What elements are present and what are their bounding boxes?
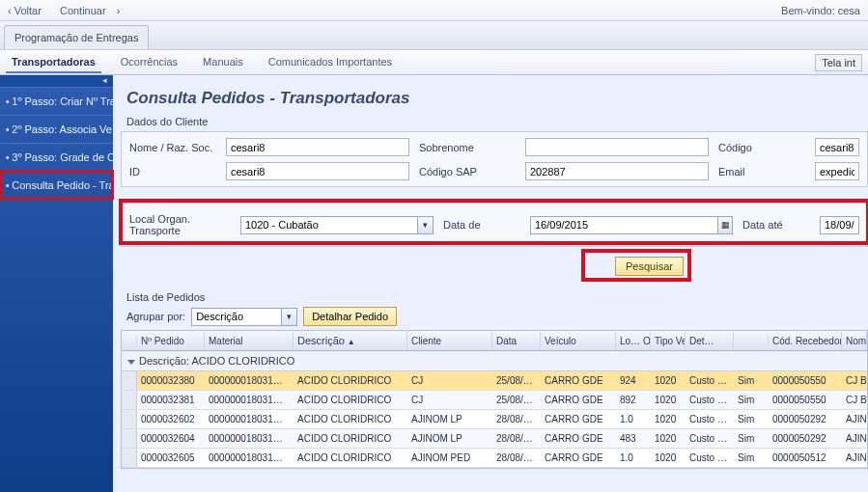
td-veic: CARRO GDE — [541, 371, 616, 390]
th-data[interactable]: Data — [492, 332, 541, 350]
input-dataate[interactable] — [820, 216, 859, 234]
td-cod: 0000050512 — [769, 449, 842, 467]
label-codsap: Código SAP — [419, 166, 516, 178]
td-tipo: 1020 — [651, 449, 686, 467]
td-material: 000000018031… — [205, 391, 294, 409]
td-det: Sim — [734, 410, 769, 428]
td-cod: 0000050292 — [769, 429, 842, 448]
chevron-down-icon[interactable]: ▾ — [418, 216, 434, 234]
row-handle[interactable] — [122, 391, 137, 409]
td-det: Sim — [734, 429, 769, 448]
td-pedido: 0000032605 — [137, 449, 205, 467]
subtab-manuais[interactable]: Manuais — [197, 52, 249, 73]
label-sobrenome: Sobrenome — [419, 142, 516, 153]
select-agrupar[interactable] — [191, 308, 282, 326]
grid-header: Nº Pedido Material Descrição ▲ Cliente D… — [122, 331, 867, 351]
input-codigo[interactable] — [815, 138, 859, 156]
td-det: Sim — [734, 449, 769, 467]
td-lo: 1.0 — [616, 449, 651, 467]
td-nome: AJINOMOTO BRASIL IND.COM.AL — [842, 429, 867, 448]
td-cliente: CJ — [407, 371, 492, 390]
input-sobrenome[interactable] — [525, 138, 709, 156]
next-link[interactable]: Continuar › — [60, 5, 120, 16]
sidebar-item-passo2[interactable]: • 2º Passo: Associa Veículo Motor — [0, 115, 113, 143]
td-veic: CARRO GDE — [541, 410, 616, 428]
td-cliente: AJINOM LP — [407, 410, 492, 428]
input-id[interactable] — [226, 162, 409, 180]
table-row[interactable]: 0000032604000000018031…ACIDO CLORIDRICOA… — [122, 429, 867, 449]
label-id: ID — [129, 166, 216, 178]
label-dataate: Data até — [742, 219, 810, 231]
td-pedido: 0000032380 — [137, 371, 205, 390]
tab-programacao[interactable]: Programação de Entregas — [4, 25, 149, 49]
th-local[interactable]: Lo… Or… — [616, 332, 651, 350]
row-handle[interactable] — [122, 429, 137, 448]
sidebar-item-consulta[interactable]: • Consulta Pedido - Transportador — [0, 171, 113, 199]
grid-pedidos: Nº Pedido Material Descrição ▲ Cliente D… — [121, 330, 868, 469]
row-handle[interactable] — [122, 449, 137, 467]
sidebar-collapse-icon[interactable]: ◂ — [0, 75, 113, 87]
sidebar-item-passo1[interactable]: • 1º Passo: Criar Nº Transporte — [0, 87, 113, 115]
td-veic: CARRO GDE — [541, 391, 616, 409]
label-email: Email — [718, 166, 805, 178]
th-pedido[interactable]: Nº Pedido — [137, 332, 205, 350]
td-nome: CJ BRASIL IND COM PROD ALIM — [842, 371, 867, 390]
th-tipovenda[interactable]: Tipo Venda — [651, 332, 686, 350]
calendar-icon[interactable]: ▦ — [718, 216, 733, 234]
pesquisar-button[interactable]: Pesquisar — [615, 257, 684, 276]
td-venda: Custo … — [686, 410, 734, 428]
detalhar-button[interactable]: Detalhar Pedido — [303, 307, 397, 326]
th-descricao[interactable]: Descrição ▲ — [294, 331, 407, 350]
td-lo: 1.0 — [616, 410, 651, 428]
label-datade: Data de — [443, 219, 520, 231]
input-datade[interactable] — [530, 216, 718, 234]
table-row[interactable]: 0000032381000000018031…ACIDO CLORIDRICOC… — [122, 391, 867, 410]
th-material[interactable]: Material — [205, 332, 294, 350]
td-veic: CARRO GDE — [541, 449, 616, 467]
th-det[interactable]: Det… — [686, 332, 734, 350]
input-email[interactable] — [815, 162, 859, 180]
th-codrecebedor[interactable]: Cód. Recebedor — [769, 332, 842, 350]
table-row[interactable]: 0000032605000000018031…ACIDO CLORIDRICOA… — [122, 449, 867, 468]
table-row[interactable]: 0000032380000000018031…ACIDO CLORIDRICOC… — [122, 371, 867, 391]
tela-inteira-button[interactable]: Tela int — [815, 54, 862, 71]
sidebar-item-passo3[interactable]: • 3º Passo: Grade de Chegada — [0, 143, 113, 171]
input-nome[interactable] — [226, 138, 409, 156]
table-row[interactable]: 0000032602000000018031…ACIDO CLORIDRICOA… — [122, 410, 867, 429]
td-venda: Custo … — [686, 449, 734, 467]
td-cod: 0000050550 — [769, 371, 842, 390]
td-venda: Custo … — [686, 371, 734, 390]
td-data: 25/08/… — [492, 391, 541, 409]
back-link[interactable]: ‹ Voltar — [8, 5, 49, 16]
select-local[interactable] — [240, 216, 418, 234]
th-veiculo[interactable]: Veículo — [541, 332, 616, 350]
chevron-down-icon[interactable]: ▾ — [282, 308, 297, 326]
td-desc: ACIDO CLORIDRICO — [294, 410, 407, 428]
td-tipo: 1020 — [651, 410, 686, 428]
th-nomerecebedor[interactable]: Nome do Recebedor — [842, 332, 867, 350]
td-data: 28/08/… — [492, 429, 541, 448]
subtab-transportadoras[interactable]: Transportadoras — [6, 52, 101, 73]
grid-group[interactable]: Descrição: ACIDO CLORIDRICO — [122, 351, 867, 371]
input-codsap[interactable] — [525, 162, 709, 180]
row-handle[interactable] — [122, 371, 137, 390]
th-blank[interactable] — [734, 337, 769, 344]
subtab-ocorrencias[interactable]: Ocorrências — [115, 52, 183, 73]
td-tipo: 1020 — [651, 429, 686, 448]
td-lo: 924 — [616, 371, 651, 390]
th-selector[interactable] — [122, 337, 137, 344]
welcome-text: Bem-vindo: cesa — [781, 5, 860, 16]
td-material: 000000018031… — [205, 371, 294, 390]
td-tipo: 1020 — [651, 391, 686, 409]
sidebar: ◂ • 1º Passo: Criar Nº Transporte • 2º P… — [0, 75, 113, 492]
row-handle[interactable] — [122, 410, 137, 428]
label-nome: Nome / Raz. Soc. — [129, 142, 216, 153]
td-pedido: 0000032604 — [137, 429, 205, 448]
td-desc: ACIDO CLORIDRICO — [294, 391, 407, 409]
td-material: 000000018031… — [205, 410, 294, 428]
subtab-comunicados[interactable]: Comunicados Importantes — [263, 52, 398, 73]
th-cliente[interactable]: Cliente — [407, 332, 492, 350]
td-data: 28/08/… — [492, 410, 541, 428]
td-nome: AJINOMOTO BRASIL IND.COM.AL — [842, 449, 867, 467]
page-title: Consulta Pedidos - Transportadoras — [126, 89, 854, 108]
